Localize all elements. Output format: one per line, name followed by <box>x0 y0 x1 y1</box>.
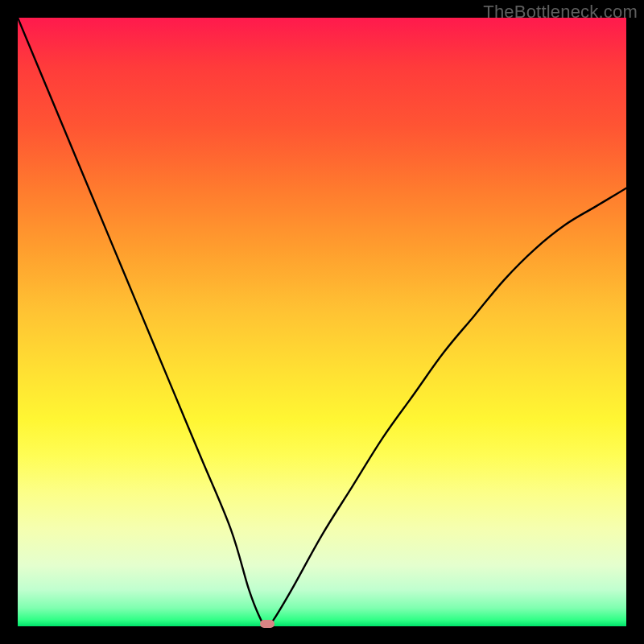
bottleneck-marker <box>260 620 275 628</box>
plot-area <box>18 18 626 626</box>
bottleneck-curve <box>18 18 626 626</box>
chart-container: TheBottleneck.com <box>0 0 644 644</box>
